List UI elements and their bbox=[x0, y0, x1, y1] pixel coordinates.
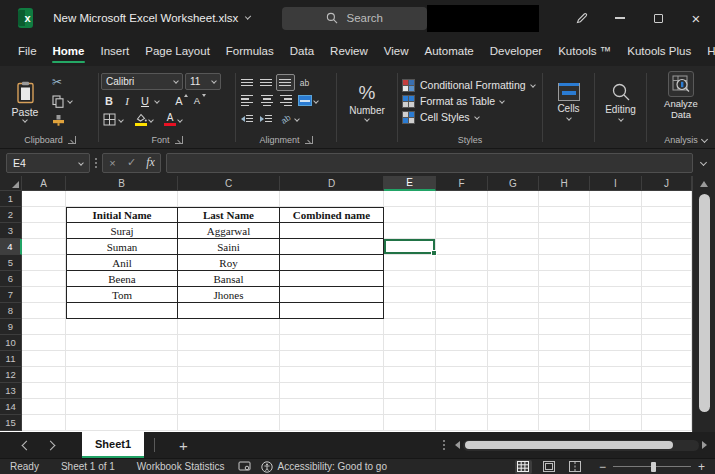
underline-dropdown-chevron-icon[interactable] bbox=[154, 98, 160, 104]
borders-button[interactable] bbox=[101, 112, 117, 128]
merge-center-button[interactable] bbox=[295, 92, 314, 109]
cell-F10[interactable] bbox=[436, 335, 488, 351]
cell-A2[interactable] bbox=[22, 207, 66, 223]
fill-color-chevron-icon[interactable] bbox=[148, 117, 154, 123]
row-header-15[interactable]: 15 bbox=[0, 415, 22, 431]
cell-A11[interactable] bbox=[22, 351, 66, 367]
select-all-button[interactable] bbox=[0, 176, 22, 191]
cell-H10[interactable] bbox=[539, 335, 590, 351]
cell-H15[interactable] bbox=[539, 415, 590, 431]
cell-J5[interactable] bbox=[642, 255, 692, 271]
cell-C8[interactable] bbox=[178, 303, 280, 319]
row-header-10[interactable]: 10 bbox=[0, 335, 22, 351]
font-dialog-launcher[interactable] bbox=[175, 136, 183, 144]
cell-H5[interactable] bbox=[539, 255, 590, 271]
workbook-statistics-button[interactable]: Workbook Statistics bbox=[137, 461, 225, 472]
sheet-nav-left-button[interactable] bbox=[14, 442, 38, 449]
underline-button[interactable]: U bbox=[137, 93, 153, 109]
cell-F13[interactable] bbox=[436, 383, 488, 399]
cell-D2[interactable]: Combined name bbox=[280, 207, 384, 223]
cell-A4[interactable] bbox=[22, 239, 66, 255]
cell-I4[interactable] bbox=[590, 239, 642, 255]
cell-B2[interactable]: Initial Name bbox=[66, 207, 178, 223]
cell-D7[interactable] bbox=[280, 287, 384, 303]
cell-E4[interactable] bbox=[384, 239, 436, 255]
cell-E15[interactable] bbox=[384, 415, 436, 431]
cell-C5[interactable]: Roy bbox=[178, 255, 280, 271]
row-header-7[interactable]: 7 bbox=[0, 287, 22, 303]
cell-C4[interactable]: Saini bbox=[178, 239, 280, 255]
cell-H3[interactable] bbox=[539, 223, 590, 239]
cell-A5[interactable] bbox=[22, 255, 66, 271]
cell-D6[interactable] bbox=[280, 271, 384, 287]
cell-B7[interactable]: Tom bbox=[66, 287, 178, 303]
conditional-formatting-button[interactable]: Conditional Formatting bbox=[400, 79, 540, 92]
sheet-bar-options-button[interactable] bbox=[443, 439, 445, 451]
clipboard-dialog-launcher[interactable] bbox=[68, 136, 76, 144]
paste-button[interactable]: Paste bbox=[4, 69, 46, 133]
cell-F4[interactable] bbox=[436, 239, 488, 255]
wrap-text-button[interactable]: ab bbox=[295, 74, 314, 91]
tab-file[interactable]: File bbox=[10, 36, 45, 66]
cancel-button[interactable]: × bbox=[103, 157, 122, 169]
font-family-select[interactable]: Calibri bbox=[101, 73, 183, 90]
vertical-scroll-thumb[interactable] bbox=[699, 194, 710, 412]
cut-button[interactable]: ✂ bbox=[52, 75, 62, 90]
cell-B15[interactable] bbox=[66, 415, 178, 431]
col-header-J[interactable]: J bbox=[642, 176, 692, 191]
cell-E7[interactable] bbox=[384, 287, 436, 303]
zoom-slider-handle[interactable] bbox=[651, 462, 656, 472]
cell-F14[interactable] bbox=[436, 399, 488, 415]
cell-J14[interactable] bbox=[642, 399, 692, 415]
tab-home[interactable]: Home bbox=[45, 36, 93, 66]
borders-dropdown-chevron-icon[interactable] bbox=[118, 117, 124, 123]
cell-D13[interactable] bbox=[280, 383, 384, 399]
horizontal-scroll-track[interactable] bbox=[463, 440, 699, 451]
cell-G7[interactable] bbox=[488, 287, 539, 303]
font-color-chevron-icon[interactable] bbox=[177, 117, 183, 123]
align-center-button[interactable] bbox=[257, 92, 276, 109]
fill-color-button[interactable] bbox=[134, 112, 147, 128]
maximize-button[interactable] bbox=[639, 0, 677, 36]
cell-A3[interactable] bbox=[22, 223, 66, 239]
increase-font-size-button[interactable]: A bbox=[171, 93, 187, 109]
row-header-8[interactable]: 8 bbox=[0, 303, 22, 319]
col-header-I[interactable]: I bbox=[590, 176, 642, 191]
cell-D11[interactable] bbox=[280, 351, 384, 367]
cell-B10[interactable] bbox=[66, 335, 178, 351]
cell-F9[interactable] bbox=[436, 319, 488, 335]
row-header-14[interactable]: 14 bbox=[0, 399, 22, 415]
cell-I7[interactable] bbox=[590, 287, 642, 303]
tab-insert[interactable]: Insert bbox=[92, 36, 137, 66]
col-header-F[interactable]: F bbox=[436, 176, 488, 191]
sheet-nav-right-button[interactable] bbox=[38, 442, 62, 449]
search-box[interactable]: Search bbox=[282, 7, 427, 30]
cell-I13[interactable] bbox=[590, 383, 642, 399]
cell-J1[interactable] bbox=[642, 191, 692, 207]
minimize-button[interactable] bbox=[601, 0, 639, 36]
cell-D14[interactable] bbox=[280, 399, 384, 415]
add-sheet-button[interactable]: + bbox=[179, 437, 188, 454]
view-normal-button[interactable] bbox=[515, 460, 532, 474]
tab-page-layout[interactable]: Page Layout bbox=[137, 36, 218, 66]
cell-G12[interactable] bbox=[488, 367, 539, 383]
cell-H2[interactable] bbox=[539, 207, 590, 223]
cell-E11[interactable] bbox=[384, 351, 436, 367]
cell-B4[interactable]: Suman bbox=[66, 239, 178, 255]
copy-button[interactable] bbox=[52, 94, 72, 109]
cell-C1[interactable] bbox=[178, 191, 280, 207]
cell-B11[interactable] bbox=[66, 351, 178, 367]
scroll-up-arrow-icon[interactable] bbox=[700, 181, 708, 187]
row-header-6[interactable]: 6 bbox=[0, 271, 22, 287]
cell-J9[interactable] bbox=[642, 319, 692, 335]
document-title[interactable]: New Microsoft Excel Worksheet.xlsx bbox=[53, 12, 238, 24]
merge-center-chevron-icon[interactable] bbox=[313, 98, 319, 104]
col-header-B[interactable]: B bbox=[66, 176, 178, 191]
cell-G15[interactable] bbox=[488, 415, 539, 431]
scroll-left-arrow-icon[interactable] bbox=[455, 441, 460, 449]
cell-J12[interactable] bbox=[642, 367, 692, 383]
cell-J11[interactable] bbox=[642, 351, 692, 367]
cell-E2[interactable] bbox=[384, 207, 436, 223]
accessibility-button[interactable]: Accessibility: Good to go bbox=[261, 461, 387, 473]
cell-H4[interactable] bbox=[539, 239, 590, 255]
